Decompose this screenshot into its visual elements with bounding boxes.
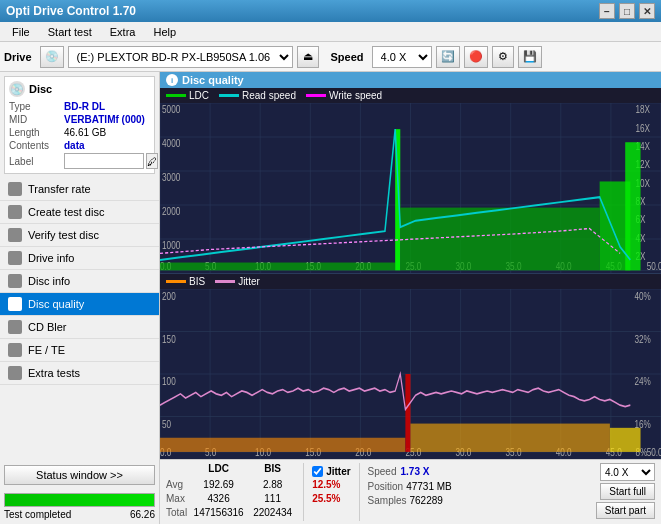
toolbar: Drive 💿 (E:) PLEXTOR BD-R PX-LB950SA 1.0…: [0, 42, 661, 72]
svg-text:150: 150: [162, 333, 176, 346]
total-ldc: 147156316: [194, 507, 244, 521]
disc-icon: 💿: [9, 81, 25, 97]
nav-cd-bler[interactable]: CD Bler: [0, 316, 159, 339]
menu-help[interactable]: Help: [145, 24, 184, 40]
disc-label-button[interactable]: 🖊: [146, 153, 158, 169]
drive-select[interactable]: (E:) PLEXTOR BD-R PX-LB950SA 1.06: [68, 46, 293, 68]
nav-transfer-rate[interactable]: Transfer rate: [0, 178, 159, 201]
jitter-color: [215, 280, 235, 283]
maximize-button[interactable]: □: [619, 3, 635, 19]
svg-text:3000: 3000: [162, 171, 180, 183]
max-jitter: 25.5%: [312, 493, 350, 507]
max-label: Max: [166, 493, 187, 507]
menu-extra[interactable]: Extra: [102, 24, 144, 40]
bottom-chart: 200 150 100 50 40% 32% 24% 16% 8% 0.0 5.…: [160, 289, 661, 459]
refresh-button[interactable]: 🔄: [436, 46, 460, 68]
nav-verify-test-disc[interactable]: Verify test disc: [0, 224, 159, 247]
progress-value: 66.26: [130, 509, 155, 520]
nav-extra-tests[interactable]: Extra tests: [0, 362, 159, 385]
avg-label: Avg: [166, 479, 187, 493]
disc-info-icon: [8, 274, 22, 288]
nav-create-test-disc[interactable]: Create test disc: [0, 201, 159, 224]
disc-contents-value: data: [64, 140, 85, 151]
legend-read-speed: Read speed: [219, 90, 296, 101]
minimize-button[interactable]: −: [599, 3, 615, 19]
start-full-button[interactable]: Start full: [600, 483, 655, 500]
status-window-button[interactable]: Status window >>: [4, 465, 155, 485]
legend-bis: BIS: [166, 276, 205, 287]
right-panel: i Disc quality LDC Read speed Write spee…: [160, 72, 661, 524]
sidebar: 💿 Disc Type BD-R DL MID VERBATIMf (000) …: [0, 72, 160, 524]
svg-rect-43: [160, 263, 395, 271]
divider-2: [359, 463, 360, 521]
fe-te-icon: [8, 343, 22, 357]
drive-icon-btn[interactable]: 💿: [40, 46, 64, 68]
start-part-button[interactable]: Start part: [596, 502, 655, 519]
create-test-disc-icon: [8, 205, 22, 219]
eject-button[interactable]: ⏏: [297, 46, 319, 68]
total-bis: 2202434: [253, 507, 292, 521]
svg-text:50: 50: [162, 418, 172, 431]
window-controls: − □ ✕: [599, 3, 655, 19]
avg-ldc: 192.69: [203, 479, 234, 493]
svg-rect-88: [610, 428, 641, 452]
jitter-header: Jitter: [326, 466, 350, 477]
drive-info-icon: [8, 251, 22, 265]
max-bis: 111: [264, 493, 281, 507]
menu-start-test[interactable]: Start test: [40, 24, 100, 40]
nav-disc-quality[interactable]: Disc quality: [0, 293, 159, 316]
disc-panel: 💿 Disc Type BD-R DL MID VERBATIMf (000) …: [4, 76, 155, 174]
cd-bler-icon: [8, 320, 22, 334]
ldc-color: [166, 94, 186, 97]
main-content: 💿 Disc Type BD-R DL MID VERBATIMf (000) …: [0, 72, 661, 524]
action-area: 4.0 X Start full Start part: [596, 463, 655, 519]
speed-select-stat[interactable]: 4.0 X: [600, 463, 655, 481]
menu-file[interactable]: File: [4, 24, 38, 40]
save-button[interactable]: 💾: [518, 46, 542, 68]
chart-title: Disc quality: [182, 74, 244, 86]
disc-label-row: Label 🖊: [9, 153, 150, 169]
verify-test-disc-icon: [8, 228, 22, 242]
legend-jitter: Jitter: [215, 276, 260, 287]
speed-select-toolbar[interactable]: 4.0 X Max1.0 X2.0 X4.0 X6.0 X8.0 X: [372, 46, 432, 68]
chart-header: i Disc quality: [160, 72, 661, 88]
read-speed-color: [219, 94, 239, 97]
write-speed-color: [306, 94, 326, 97]
jitter-checkbox[interactable]: [312, 466, 323, 477]
chart-icon: i: [166, 74, 178, 86]
progress-bar-fill: [5, 494, 154, 506]
nav-drive-info[interactable]: Drive info: [0, 247, 159, 270]
svg-text:5000: 5000: [162, 103, 180, 115]
disc-contents-row: Contents data: [9, 140, 150, 151]
ldc-stats-col: LDC 192.69 4326 147156316: [191, 463, 246, 521]
stats-row: Avg Max Total LDC 192.69 4326 147156316 …: [166, 463, 655, 521]
progress-area: Test completed 66.26: [0, 489, 159, 524]
position-value: 47731 MB: [406, 481, 452, 492]
svg-rect-47: [625, 142, 640, 270]
drive-label: Drive: [4, 51, 32, 63]
close-button[interactable]: ✕: [639, 3, 655, 19]
svg-rect-85: [160, 438, 405, 452]
menu-bar: File Start test Extra Help: [0, 22, 661, 42]
max-ldc: 4326: [208, 493, 230, 507]
svg-text:1000: 1000: [162, 239, 180, 251]
disc-label-input[interactable]: [64, 153, 144, 169]
bis-color: [166, 280, 186, 283]
progress-info: Test completed 66.26: [4, 509, 155, 520]
speed-value-stat: 1.73 X: [401, 466, 430, 477]
disc-header: 💿 Disc: [9, 81, 150, 97]
transfer-rate-icon: [8, 182, 22, 196]
nav-fe-te[interactable]: FE / TE: [0, 339, 159, 362]
disc-quality-icon: [8, 297, 22, 311]
svg-text:4000: 4000: [162, 137, 180, 149]
settings-button[interactable]: ⚙: [492, 46, 514, 68]
svg-text:100: 100: [162, 375, 176, 388]
svg-text:24%: 24%: [634, 375, 651, 388]
burn-button[interactable]: 🔴: [464, 46, 488, 68]
samples-value: 762289: [409, 495, 442, 506]
disc-mid-value: VERBATIMf (000): [64, 114, 145, 125]
samples-label: Samples: [368, 495, 407, 506]
nav-disc-info[interactable]: Disc info: [0, 270, 159, 293]
legend-ldc: LDC: [166, 90, 209, 101]
svg-text:2000: 2000: [162, 205, 180, 217]
